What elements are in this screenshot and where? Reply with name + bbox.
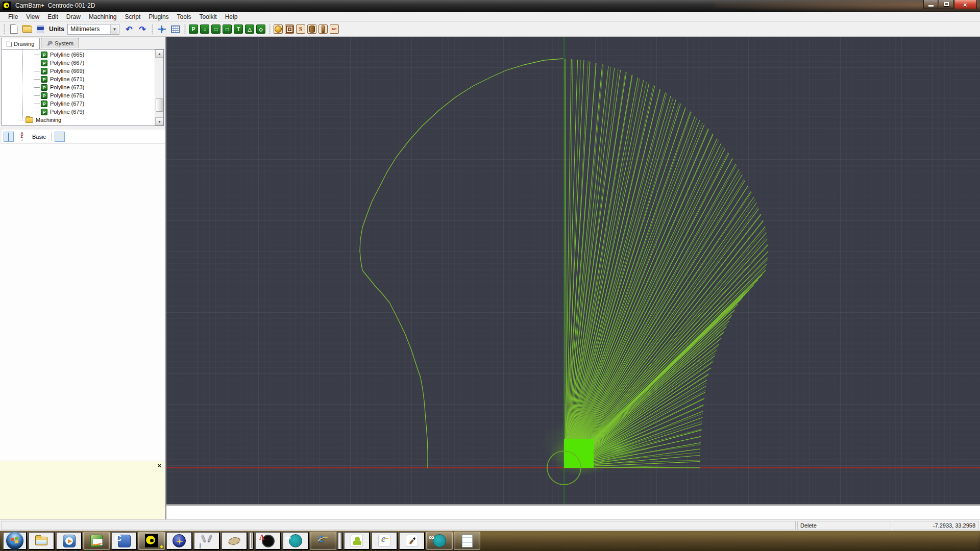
title-bar: CamBam+ Centrode-001-2D × [0, 0, 980, 12]
pocket-op-icon[interactable] [285, 24, 294, 34]
toggle-axes-icon[interactable] [156, 23, 167, 35]
scroll-up-button[interactable]: ▲ [155, 49, 164, 58]
menu-item[interactable]: Script [121, 13, 145, 21]
tree-item-polyline[interactable]: Polyline (675) [2, 91, 155, 99]
arduino-icon[interactable]: ∞ [282, 532, 309, 550]
a-logo-icon[interactable]: A [255, 532, 281, 550]
taskbar-divider[interactable] [337, 532, 342, 550]
notepad-icon[interactable] [454, 532, 480, 550]
new-file-icon[interactable] [8, 23, 19, 35]
basic-view-button[interactable]: Basic [30, 133, 48, 141]
lathe-op-icon[interactable] [318, 24, 328, 34]
arduino-2-icon[interactable]: ∞ [426, 532, 453, 550]
menu-item[interactable]: Edit [43, 13, 62, 21]
open-file-icon[interactable] [21, 23, 33, 35]
tree-connector [34, 104, 40, 104]
close-button[interactable]: × [954, 0, 977, 9]
menu-item[interactable]: Draw [62, 13, 85, 21]
tree-item-machining[interactable]: Machining [2, 116, 163, 124]
tab-drawing[interactable]: Drawing [1, 38, 40, 49]
tree-item-polyline[interactable]: Polyline (673) [2, 83, 155, 91]
cambam-taskbar-icon[interactable] [138, 532, 165, 550]
menu-item[interactable]: Help [221, 13, 242, 21]
tree-item-polyline[interactable]: Polyline (679) [2, 108, 155, 116]
tree-item-label: Polyline (677) [50, 101, 84, 107]
units-dropdown[interactable]: Millimeters ▼ [67, 24, 119, 35]
app-art [228, 536, 241, 546]
window-title: CamBam+ Centrode-001-2D [15, 2, 95, 9]
tree-connector [34, 95, 40, 96]
c-app-icon[interactable]: C [111, 532, 137, 550]
polyline-icon [41, 52, 47, 58]
tree-item-polyline[interactable]: Polyline (671) [2, 75, 155, 83]
units-label: Units [49, 26, 64, 33]
draw-circle-icon[interactable]: ○ [200, 24, 209, 34]
categorized-view-button[interactable] [4, 132, 14, 142]
property-grid[interactable] [0, 144, 165, 461]
status-action: Delete [797, 521, 891, 530]
window-controls: × [923, 0, 977, 9]
help-button[interactable]: ? [55, 132, 65, 142]
app-art [90, 535, 103, 547]
categorized-icon [8, 133, 9, 140]
draw-arc-icon[interactable]: △ [245, 24, 254, 34]
save-file-icon[interactable] [35, 23, 46, 35]
tree-item-polyline[interactable]: Polyline (665) [2, 51, 155, 59]
draw-rectangle-icon[interactable]: □ [223, 24, 232, 34]
internet-explorer-icon[interactable] [310, 532, 336, 550]
tree-item-label: Polyline (667) [50, 60, 84, 66]
drawing-viewport[interactable] [166, 37, 980, 504]
tab-system[interactable]: System [41, 38, 79, 48]
draw-polyline-icon[interactable]: P [189, 24, 198, 34]
scroll-down-button[interactable]: ▼ [155, 117, 164, 126]
toolbar-grip [151, 24, 154, 34]
minimize-icon [928, 5, 934, 7]
android-app-icon[interactable] [344, 532, 370, 550]
maximize-button[interactable] [939, 0, 953, 9]
menu-item[interactable]: Tools [173, 13, 195, 21]
paint-app-icon[interactable] [399, 532, 425, 550]
drawing-canvas[interactable] [166, 37, 980, 504]
menu-item[interactable]: Plugins [144, 13, 173, 21]
media-player-icon[interactable] [56, 532, 82, 550]
tree-item-polyline[interactable]: Polyline (669) [2, 67, 155, 75]
minimize-button[interactable] [923, 0, 938, 9]
menu-item[interactable]: File [4, 13, 22, 21]
explorer-icon[interactable] [28, 532, 55, 550]
sort-alphabetical-button[interactable]: AZ [17, 132, 27, 142]
star-app-icon[interactable] [166, 532, 192, 550]
undo-icon[interactable]: ↶ [124, 23, 135, 35]
profile-op-icon[interactable] [274, 24, 283, 34]
status-coordinates: -7.2933, 33.2958 [893, 521, 978, 530]
drawing-page-icon [7, 41, 12, 47]
tree-item-polyline[interactable]: Polyline (667) [2, 59, 155, 67]
separator [51, 133, 52, 141]
menu-item[interactable]: Machining [85, 13, 121, 21]
app-art [145, 534, 158, 547]
polyline-icon [41, 92, 47, 99]
menu-item[interactable]: View [22, 13, 43, 21]
draw-points-icon[interactable]: ∷ [211, 24, 220, 34]
draw-text-icon[interactable]: T [234, 24, 243, 34]
gcode-op-icon[interactable]: NC [330, 24, 339, 34]
redo-icon[interactable]: ↷ [137, 23, 148, 35]
scrollbar-thumb[interactable] [156, 98, 163, 112]
tree-item-polyline[interactable]: Polyline (677) [2, 99, 155, 108]
tree-connector [34, 55, 40, 55]
pliers-app-icon[interactable] [193, 532, 220, 550]
internet-explorer-2-icon[interactable] [371, 532, 398, 550]
drill-op-icon[interactable] [307, 24, 316, 34]
menu-item[interactable]: Toolkit [195, 13, 221, 21]
status-bar: Delete -7.2933, 33.2958 [0, 519, 980, 531]
taskbar-divider[interactable] [249, 532, 254, 550]
app-glyph: C [115, 533, 121, 544]
tree-scrollbar[interactable]: ▲ ▼ [155, 49, 163, 126]
engrave-op-icon[interactable]: S [296, 24, 305, 34]
toggle-grid-icon[interactable] [169, 23, 181, 35]
start-button[interactable] [3, 532, 27, 550]
message-panel-close-icon[interactable]: × [157, 463, 161, 469]
draw-surface-icon[interactable]: ◇ [256, 24, 265, 34]
app-glyph: ∞ [285, 533, 291, 542]
texture-app-icon[interactable] [221, 532, 248, 550]
live-mail-icon[interactable] [83, 532, 110, 550]
